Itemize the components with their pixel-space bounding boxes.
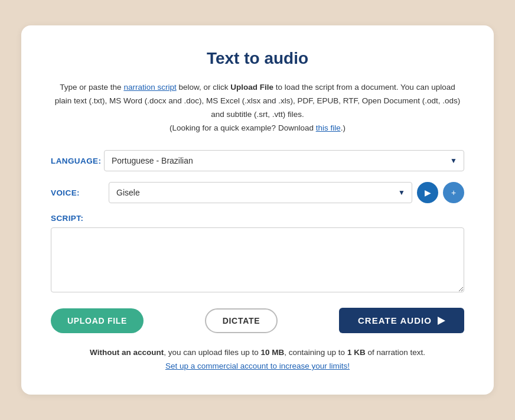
voice-label: VOICE: (51, 188, 104, 197)
footer-strong-size: 10 MB (261, 348, 285, 357)
play-icon: ▶ (425, 188, 431, 197)
create-audio-button[interactable]: CREATE AUDIO (339, 308, 464, 333)
script-textarea[interactable] (51, 227, 464, 292)
footer-strong-account: Without an account (90, 348, 164, 357)
script-label: SCRIPT: (51, 214, 464, 223)
description: Type or paste the narration script below… (51, 81, 464, 135)
footer-text: Without an account, you can upload files… (51, 346, 464, 373)
voice-row: VOICE: Gisele Ana Carlos ▼ ▶ + (51, 182, 464, 203)
main-card: Text to audio Type or paste the narratio… (21, 25, 494, 395)
example-file-link[interactable]: this file (316, 123, 341, 132)
buttons-row: UPLOAD FILE DICTATE CREATE AUDIO (51, 308, 464, 333)
dictate-button[interactable]: DICTATE (205, 308, 278, 333)
create-audio-label: CREATE AUDIO (358, 315, 432, 325)
language-select[interactable]: Portuguese - Brazilian English - US Engl… (104, 150, 464, 171)
language-select-wrapper: Portuguese - Brazilian English - US Engl… (104, 150, 464, 171)
plus-icon: + (451, 188, 456, 197)
voice-play-button[interactable]: ▶ (417, 182, 438, 203)
footer-strong-kb: 1 KB (347, 348, 366, 357)
language-row: LANGUAGE: Portuguese - Brazilian English… (51, 150, 464, 171)
voice-add-button[interactable]: + (443, 182, 464, 203)
page-title: Text to audio (51, 49, 464, 68)
voice-select[interactable]: Gisele Ana Carlos (109, 182, 412, 203)
language-label: LANGUAGE: (51, 157, 104, 165)
commercial-account-link[interactable]: Set up a commercial account to increase … (165, 362, 350, 370)
create-audio-play-icon (438, 317, 445, 325)
voice-select-wrapper: Gisele Ana Carlos ▼ (109, 182, 412, 203)
narration-script-link[interactable]: narration script (123, 83, 176, 92)
upload-file-button[interactable]: UPLOAD FILE (51, 308, 144, 333)
